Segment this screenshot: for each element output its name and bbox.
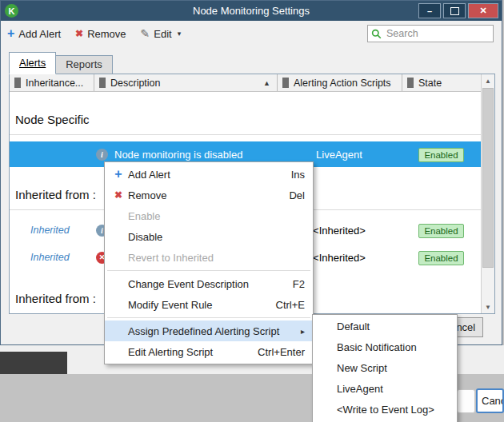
caption-buttons: – ✕ [418, 3, 498, 18]
column-grip-icon [14, 78, 21, 88]
column-grip-icon [407, 78, 414, 88]
menu-separator [107, 270, 310, 271]
menu-item-disable[interactable]: Disable [105, 226, 313, 247]
scroll-down-icon: ▼ [485, 304, 491, 311]
background-dark-panel [0, 352, 67, 374]
cell-state: Enabled [402, 223, 481, 238]
column-header-inheritance[interactable]: Inheritance... [10, 74, 94, 91]
background-button-fragment[interactable] [457, 389, 475, 413]
search-box [367, 25, 494, 42]
submenu-item-liveagent[interactable]: LiveAgent [313, 379, 457, 400]
close-button[interactable]: ✕ [468, 3, 498, 18]
menu-item-shortcut: Ins [291, 169, 305, 181]
alerting-script-submenu: Default Basic Notification New Script Li… [312, 314, 458, 422]
remove-button[interactable]: ✖ Remove [75, 28, 126, 40]
column-header-description[interactable]: Description ▲ [94, 74, 277, 91]
search-icon [371, 29, 382, 39]
submenu-arrow-icon: ▸ [301, 327, 305, 336]
status-badge: Enabled [418, 224, 463, 238]
submenu-item-new-script[interactable]: New Script [313, 358, 457, 379]
status-badge: Enabled [418, 148, 463, 162]
chevron-down-icon: ▾ [178, 30, 182, 38]
add-icon: + [7, 28, 14, 39]
tab-alerts[interactable]: Alerts [9, 52, 56, 74]
menu-item-modify-event-rule[interactable]: Modify Event Rule Ctrl+E [105, 294, 313, 315]
edit-label: Edit [154, 28, 171, 40]
submenu-item-write-to-event-log[interactable]: <Write to Event Log> [313, 400, 457, 420]
menu-item-label: Add Alert [128, 169, 278, 181]
vertical-scrollbar[interactable]: ▲ ▼ [481, 74, 494, 313]
group-header-node-specific: Node Specific [10, 92, 481, 135]
column-label: State [418, 78, 442, 89]
cell-script: LiveAgent [277, 149, 402, 161]
maximize-icon [450, 7, 459, 15]
menu-item-label: Revert to Inherited [128, 252, 305, 264]
remove-icon: ✖ [109, 189, 128, 201]
screen: { "window": { "title": "Node Monitoring … [0, 0, 504, 422]
info-icon: i [96, 149, 108, 161]
menu-item-label: Edit Alerting Script [128, 346, 245, 358]
column-header-state[interactable]: State [402, 74, 481, 91]
scrollbar-thumb[interactable] [482, 88, 494, 268]
toolbar: + Add Alert ✖ Remove ✎ Edit ▾ [1, 21, 502, 46]
add-icon: + [109, 169, 128, 180]
column-header-scripts[interactable]: Alerting Action Scripts [277, 74, 402, 91]
menu-item-shortcut: Ctrl+Enter [258, 346, 305, 358]
edit-icon: ✎ [141, 27, 150, 40]
column-grip-icon [282, 78, 289, 88]
status-badge: Enabled [418, 251, 463, 265]
cell-description: i Node monitoring is disabled [94, 149, 277, 161]
menu-item-label: Enable [128, 210, 305, 222]
description-text: Node monitoring is disabled [114, 149, 242, 161]
menu-item-edit-alerting-script[interactable]: Edit Alerting Script Ctrl+Enter [105, 341, 313, 362]
search-input[interactable] [385, 27, 504, 40]
background-cancel-button[interactable]: Cancel [476, 388, 504, 413]
menu-item-enable: Enable [105, 205, 313, 226]
menu-item-label: Disable [128, 231, 305, 243]
column-label: Inheritance... [26, 78, 83, 89]
menu-item-label: Remove [128, 189, 276, 201]
minimize-button[interactable]: – [418, 3, 441, 18]
menu-item-label: Modify Event Rule [128, 299, 263, 311]
table-header: Inheritance... Description ▲ Alerting Ac… [10, 74, 494, 92]
add-alert-label: Add Alert [18, 28, 61, 40]
remove-icon: ✖ [75, 28, 83, 39]
minimize-icon: – [427, 6, 432, 16]
tab-strip: Alerts Reports [9, 52, 113, 74]
menu-item-label: Change Event Description [128, 278, 280, 290]
menu-item-revert-to-inherited: Revert to Inherited [105, 247, 313, 268]
menu-item-shortcut: Ctrl+E [276, 299, 305, 311]
submenu-item-basic-notification[interactable]: Basic Notification [313, 337, 457, 358]
menu-item-shortcut: Del [289, 189, 305, 201]
scroll-up-button[interactable]: ▲ [482, 74, 494, 87]
menu-item-label: Assign Predefined Alerting Script [128, 325, 294, 337]
add-alert-button[interactable]: + Add Alert [7, 28, 61, 40]
submenu-item-default[interactable]: Default [313, 316, 457, 337]
menu-item-change-event-description[interactable]: Change Event Description F2 [105, 273, 313, 294]
menu-item-shortcut: F2 [293, 278, 305, 290]
cell-state: Enabled [402, 147, 481, 162]
sort-ascending-icon: ▲ [263, 79, 270, 87]
scroll-up-icon: ▲ [485, 78, 491, 85]
menu-separator [107, 317, 310, 318]
cell-inheritance: Inherited [10, 252, 94, 263]
tab-reports[interactable]: Reports [56, 55, 113, 74]
cell-inheritance: Inherited [10, 225, 94, 236]
close-icon: ✕ [479, 6, 486, 16]
column-label: Alerting Action Scripts [294, 78, 391, 89]
column-label: Description [110, 78, 161, 89]
column-grip-icon [99, 78, 106, 88]
maximize-button[interactable] [443, 3, 466, 18]
context-menu: + Add Alert Ins ✖ Remove Del Enable Disa… [104, 161, 314, 364]
cell-state: Enabled [402, 250, 481, 265]
menu-item-add-alert[interactable]: + Add Alert Ins [105, 164, 313, 185]
scroll-down-button[interactable]: ▼ [482, 301, 494, 313]
menu-item-assign-predefined-alerting-script[interactable]: Assign Predefined Alerting Script ▸ [105, 320, 313, 341]
remove-label: Remove [87, 28, 126, 40]
edit-button[interactable]: ✎ Edit ▾ [141, 27, 182, 40]
titlebar: K Node Monitoring Settings – ✕ [1, 1, 502, 21]
menu-item-remove[interactable]: ✖ Remove Del [105, 185, 313, 205]
